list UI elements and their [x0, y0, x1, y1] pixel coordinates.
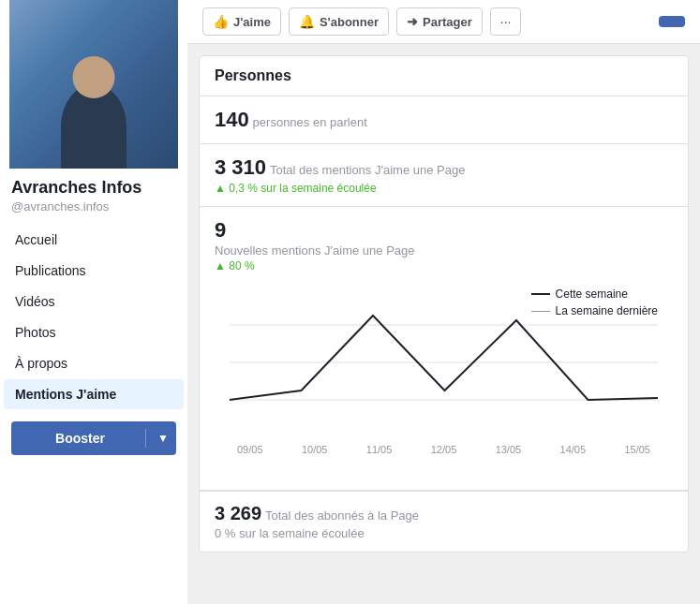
more-button[interactable]: ··· — [490, 7, 522, 36]
new-likes-label: Nouvelles mentions J'aime une Page — [215, 243, 415, 258]
subscribe-label: S'abonner — [320, 15, 379, 29]
legend-this-week-label: Cette semaine — [556, 287, 628, 301]
total-likes-stat: 3 310 Total des mentions J'aime une Page… — [200, 144, 688, 207]
chart-area: Cette semaine La semaine dernière — [215, 273, 673, 479]
stats-card: Personnes 140 personnes en parlent 3 310… — [199, 55, 689, 552]
legend-last-week: La semaine dernière — [531, 304, 658, 317]
x-label-5: 14/05 — [560, 444, 587, 455]
like-button[interactable]: 👍 J'aime — [202, 7, 281, 36]
total-likes-change: ▲ 0,3 % sur la semaine écoulée — [215, 182, 673, 195]
subscribers-change: 0 % sur la semaine écoulée — [215, 526, 673, 540]
sidebar-item-videos[interactable]: Vidéos — [4, 287, 184, 317]
x-label-1: 10/05 — [302, 444, 328, 455]
thumbs-up-icon: 👍 — [213, 14, 229, 29]
profile-name: Avranches Infos — [11, 178, 176, 198]
bell-icon: 🔔 — [299, 14, 315, 29]
talking-count: 140 — [215, 108, 249, 131]
blue-action-button[interactable] — [659, 16, 685, 27]
x-label-2: 11/05 — [366, 444, 393, 455]
x-label-0: 09/05 — [237, 444, 263, 455]
subscribers-label: Total des abonnés à la Page — [265, 508, 419, 523]
talking-stat: 140 personnes en parlent — [200, 96, 688, 144]
subscribers-stat: 3 269 Total des abonnés à la Page 0 % su… — [200, 491, 688, 552]
dashed-line-icon — [531, 311, 550, 312]
x-label-6: 15/05 — [624, 444, 650, 455]
booster-arrow-icon: ▼ — [150, 432, 176, 445]
x-label-4: 13/05 — [496, 444, 522, 455]
share-label: Partager — [423, 15, 472, 29]
new-likes-change: ▲ 80 % — [215, 259, 673, 273]
subscribe-button[interactable]: 🔔 S'abonner — [289, 7, 389, 36]
total-likes-count: 3 310 — [215, 155, 266, 179]
sidebar-item-mentions[interactable]: Mentions J'aime — [4, 379, 184, 409]
main-content: 👍 J'aime 🔔 S'abonner ➜ Partager ··· Pers… — [187, 0, 700, 604]
share-button[interactable]: ➜ Partager — [396, 7, 483, 36]
share-icon: ➜ — [407, 14, 418, 29]
like-label: J'aime — [233, 15, 271, 29]
solid-line-icon — [531, 293, 550, 295]
sidebar-item-apropos[interactable]: À propos — [4, 348, 184, 378]
sidebar-item-accueil[interactable]: Accueil — [4, 225, 184, 255]
action-bar: 👍 J'aime 🔔 S'abonner ➜ Partager ··· — [187, 0, 700, 44]
sidebar-nav: Accueil Publications Vidéos Photos À pro… — [0, 225, 187, 409]
profile-photo — [9, 0, 178, 169]
talking-label: personnes en parlent — [253, 115, 367, 129]
legend-this-week: Cette semaine — [531, 287, 658, 301]
profile-handle: @avranches.infos — [11, 199, 176, 214]
subscribers-count: 3 269 — [215, 503, 261, 523]
booster-divider — [145, 429, 146, 448]
legend-last-week-label: La semaine dernière — [556, 304, 658, 317]
total-likes-label: Total des mentions J'aime une Page — [270, 163, 465, 177]
chart-legend: Cette semaine La semaine dernière — [531, 287, 658, 321]
booster-label: Booster — [11, 431, 141, 446]
x-label-3: 12/05 — [431, 444, 457, 455]
card-header: Personnes — [200, 56, 688, 96]
sidebar-item-publications[interactable]: Publications — [4, 256, 184, 286]
new-likes-count: 9 — [215, 218, 226, 242]
booster-button[interactable]: Booster ▼ — [11, 421, 176, 455]
sidebar: Avranches Infos @avranches.infos Accueil… — [0, 0, 187, 604]
chart-x-labels: 09/05 10/05 11/05 12/05 13/05 14/05 15/0… — [230, 444, 658, 455]
sidebar-item-photos[interactable]: Photos — [4, 317, 184, 347]
new-likes-stat: 9 Nouvelles mentions J'aime une Page ▲ 8… — [200, 207, 688, 491]
